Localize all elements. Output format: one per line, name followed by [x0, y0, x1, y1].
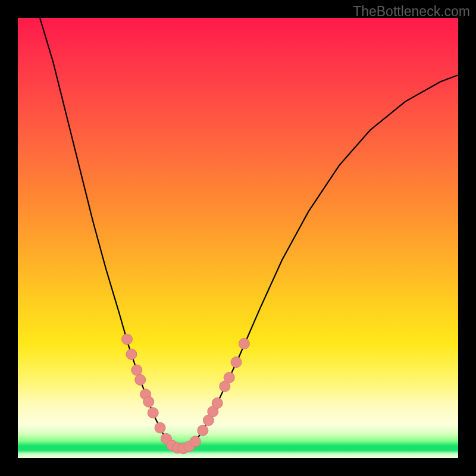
data-dot	[135, 374, 146, 385]
data-dot	[143, 396, 154, 407]
plot-area	[18, 18, 458, 458]
data-dot	[155, 422, 165, 433]
data-dot	[231, 357, 242, 368]
data-dot	[190, 436, 201, 447]
data-dot	[122, 334, 133, 345]
watermark-text: TheBottleneck.com	[353, 4, 470, 20]
data-dot	[198, 425, 208, 436]
data-dot	[126, 349, 137, 359]
data-dot	[239, 339, 249, 349]
data-dot	[224, 372, 234, 383]
data-dot	[148, 408, 158, 418]
chart-svg	[18, 18, 458, 458]
dots-group	[122, 334, 250, 454]
data-dot	[212, 398, 223, 409]
outer-frame: TheBottleneck.com	[0, 0, 476, 476]
bottleneck-curve	[40, 18, 458, 449]
data-dot	[131, 365, 142, 375]
